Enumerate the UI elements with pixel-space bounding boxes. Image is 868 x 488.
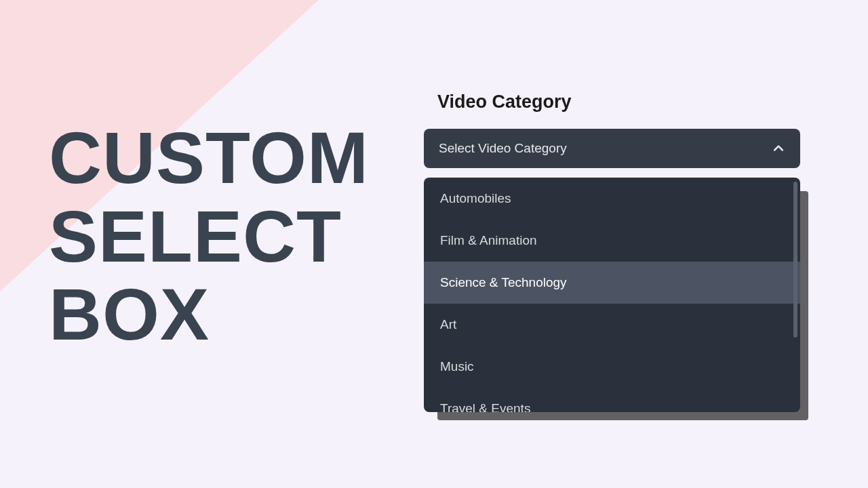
select-widget: Video Category Select Video Category Aut… xyxy=(424,92,800,412)
option-travel-events[interactable]: Travel & Events xyxy=(424,388,800,412)
headline-text: CUSTOM SELECT BOX xyxy=(49,119,369,354)
chevron-up-icon xyxy=(772,142,785,155)
option-automobiles[interactable]: Automobiles xyxy=(424,178,800,220)
option-science-technology[interactable]: Science & Technology xyxy=(424,262,800,304)
scrollbar-thumb[interactable] xyxy=(793,182,797,338)
option-art[interactable]: Art xyxy=(424,304,800,346)
select-dropdown[interactable]: Automobiles Film & Animation Science & T… xyxy=(424,178,800,412)
select-toggle[interactable]: Select Video Category xyxy=(424,129,800,168)
option-music[interactable]: Music xyxy=(424,346,800,388)
option-film-animation[interactable]: Film & Animation xyxy=(424,220,800,262)
select-placeholder: Select Video Category xyxy=(439,141,567,156)
headline-line-3: BOX xyxy=(49,275,369,354)
headline-line-2: SELECT xyxy=(49,197,369,276)
select-label: Video Category xyxy=(424,92,800,113)
headline-line-1: CUSTOM xyxy=(49,119,369,197)
